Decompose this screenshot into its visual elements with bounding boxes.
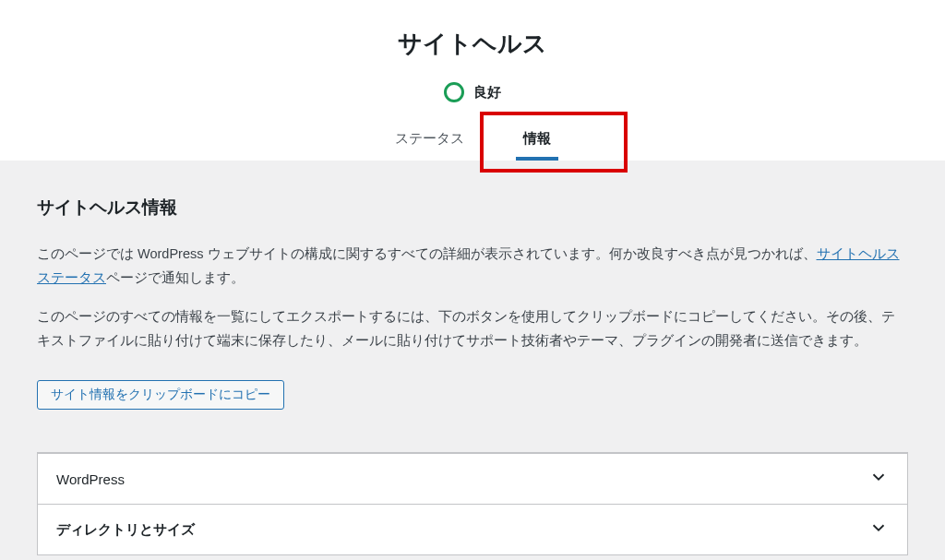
description-2: このページのすべての情報を一覧にしてエクスポートするには、下のボタンを使用してク… bbox=[37, 304, 908, 352]
accordion-item-wordpress[interactable]: WordPress bbox=[37, 453, 908, 505]
header-area: サイトヘルス 良好 ステータス 情報 bbox=[0, 0, 945, 161]
desc1-post: ページで通知します。 bbox=[106, 270, 245, 285]
tabs: ステータス 情報 bbox=[0, 121, 945, 161]
copy-site-info-button[interactable]: サイト情報をクリップボードにコピー bbox=[37, 380, 284, 410]
page-title: サイトヘルス bbox=[0, 28, 945, 60]
chevron-down-icon bbox=[868, 518, 889, 542]
tab-info[interactable]: 情報 bbox=[494, 121, 580, 161]
section-title: サイトヘルス情報 bbox=[37, 196, 908, 220]
status-good-icon bbox=[444, 82, 464, 102]
description-1: このページでは WordPress ウェブサイトの構成に関するすべての詳細が表示… bbox=[37, 242, 908, 290]
status-row: 良好 bbox=[0, 82, 945, 102]
chevron-down-icon bbox=[868, 467, 889, 491]
desc1-pre: このページでは WordPress ウェブサイトの構成に関するすべての詳細が表示… bbox=[37, 246, 817, 261]
status-label: 良好 bbox=[473, 84, 501, 101]
accordion-item-directory-size[interactable]: ディレクトリとサイズ bbox=[37, 505, 908, 555]
content-area: サイトヘルス情報 このページでは WordPress ウェブサイトの構成に関する… bbox=[0, 161, 945, 560]
accordion-label: WordPress bbox=[56, 471, 125, 487]
tab-status[interactable]: ステータス bbox=[365, 121, 494, 161]
accordion: WordPress ディレクトリとサイズ bbox=[37, 452, 908, 555]
accordion-label: ディレクトリとサイズ bbox=[56, 521, 195, 539]
